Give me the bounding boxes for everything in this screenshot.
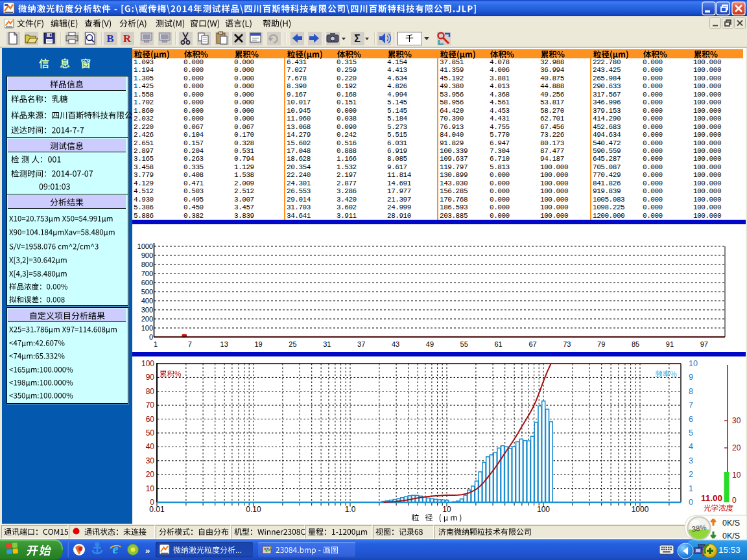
svg-text:5: 5: [689, 428, 693, 438]
svg-text:40: 40: [146, 442, 155, 451]
svg-text:20: 20: [146, 470, 155, 479]
svg-text:1000: 1000: [632, 505, 649, 514]
svg-text:600: 600: [141, 279, 153, 286]
svg-text:10: 10: [442, 505, 451, 514]
svg-text:11.00: 11.00: [701, 493, 722, 503]
svg-text:61: 61: [494, 340, 502, 348]
svg-text:60: 60: [146, 415, 155, 424]
svg-text:13: 13: [220, 340, 228, 348]
svg-text:30: 30: [732, 416, 741, 425]
svg-text:85: 85: [632, 340, 639, 348]
svg-text:49: 49: [426, 340, 434, 348]
svg-text:0K/S: 0K/S: [722, 531, 740, 541]
svg-text:31: 31: [323, 340, 331, 348]
svg-text:R: R: [123, 32, 132, 45]
svg-text:7: 7: [188, 340, 192, 348]
svg-text:50: 50: [146, 428, 155, 438]
svg-text:500: 500: [141, 288, 153, 296]
svg-text:B: B: [106, 32, 113, 45]
svg-text:e: e: [113, 542, 119, 556]
svg-text:67: 67: [528, 340, 536, 348]
svg-text:25: 25: [289, 340, 296, 348]
svg-text:91: 91: [666, 340, 674, 348]
svg-text:700: 700: [141, 270, 153, 277]
svg-text:8: 8: [689, 387, 693, 396]
svg-text:200: 200: [141, 315, 153, 323]
svg-text:0K/S: 0K/S: [722, 519, 740, 528]
svg-text:Σ: Σ: [354, 33, 361, 44]
svg-text:1: 1: [689, 484, 693, 493]
svg-text:10: 10: [146, 484, 155, 493]
svg-text:37: 37: [357, 340, 365, 348]
svg-text:1000: 1000: [137, 242, 153, 250]
svg-text:2: 2: [689, 470, 693, 479]
svg-text:30: 30: [146, 456, 155, 465]
svg-text:0.10: 0.10: [246, 505, 261, 514]
svg-text:»: »: [145, 546, 150, 555]
svg-text:97: 97: [700, 340, 708, 348]
svg-text:0.01: 0.01: [149, 505, 165, 514]
svg-text:6: 6: [689, 415, 693, 424]
svg-text:3: 3: [689, 456, 693, 465]
svg-text:73: 73: [563, 340, 571, 348]
svg-text:79: 79: [597, 340, 605, 348]
svg-text:100: 100: [537, 505, 550, 514]
svg-text:4: 4: [689, 442, 693, 451]
svg-text:0: 0: [149, 333, 153, 341]
svg-text:9: 9: [689, 373, 693, 382]
svg-text:55: 55: [460, 340, 468, 348]
svg-text:100: 100: [141, 324, 153, 332]
svg-text:80: 80: [146, 387, 155, 396]
svg-text:20: 20: [732, 443, 741, 452]
svg-text:1: 1: [154, 340, 158, 348]
svg-text:0: 0: [732, 496, 737, 505]
svg-text:900: 900: [141, 251, 153, 259]
svg-text:10: 10: [732, 471, 741, 480]
svg-text:1.0: 1.0: [345, 505, 356, 514]
svg-text:43: 43: [392, 340, 399, 348]
svg-text:300: 300: [141, 306, 153, 314]
svg-text:10: 10: [689, 359, 698, 368]
svg-text:7: 7: [689, 401, 693, 410]
svg-text:70: 70: [146, 401, 155, 410]
svg-text:400: 400: [141, 297, 153, 305]
svg-text:19: 19: [254, 340, 262, 348]
svg-text:800: 800: [141, 261, 153, 268]
svg-text:100: 100: [141, 359, 154, 368]
svg-text:90: 90: [146, 373, 155, 382]
svg-text:0: 0: [689, 498, 693, 507]
